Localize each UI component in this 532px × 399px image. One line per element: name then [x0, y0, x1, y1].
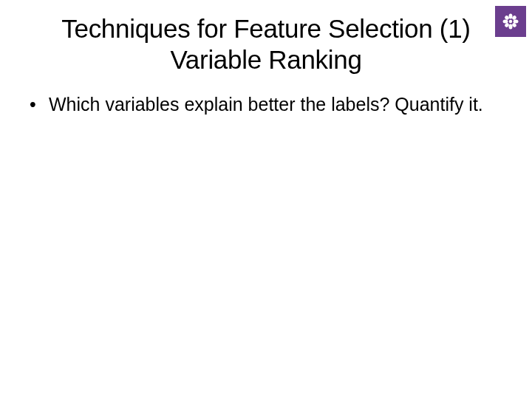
bullet-text: Which variables explain better the label… — [49, 93, 488, 116]
slide-title: Techniques for Feature Selection (1) Var… — [0, 0, 532, 75]
bullet-marker: • — [28, 93, 49, 116]
title-line-2: Variable Ranking — [30, 44, 502, 75]
svg-point-0 — [509, 20, 512, 23]
institution-logo — [495, 6, 526, 37]
svg-point-4 — [514, 20, 519, 24]
svg-point-2 — [509, 24, 513, 30]
bullet-item: • Which variables explain better the lab… — [28, 93, 488, 116]
title-line-1: Techniques for Feature Selection (1) — [30, 13, 502, 44]
svg-point-3 — [503, 20, 508, 24]
svg-point-1 — [509, 14, 513, 19]
logo-emblem — [501, 12, 520, 31]
slide-content: • Which variables explain better the lab… — [0, 75, 532, 116]
